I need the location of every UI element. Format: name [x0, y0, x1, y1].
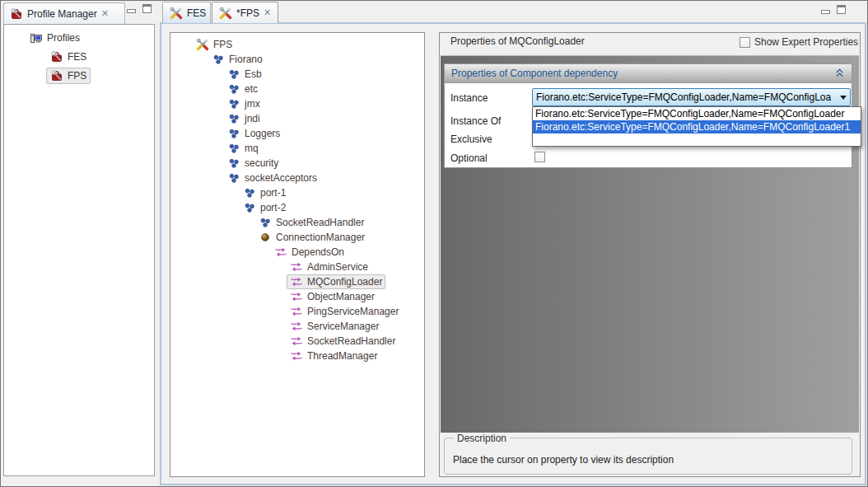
tree-item-esb[interactable]: Esb	[170, 67, 424, 82]
tree-item-loggers[interactable]: Loggers	[170, 126, 424, 141]
instance-combo[interactable]: Fiorano.etc:ServiceType=FMQConfigLoader,…	[532, 88, 851, 106]
tree-item-label: port-1	[260, 187, 286, 199]
tree-item-label: socketAcceptors	[245, 172, 317, 184]
instance-dropdown-list: Fiorano.etc:ServiceType=FMQConfigLoader,…	[532, 106, 861, 147]
tree-item-label: SocketReadHandler	[307, 335, 395, 347]
tree-item-label: AdminService	[307, 261, 368, 273]
tree-item-label: DependsOn	[292, 246, 344, 258]
profile-manager-window: Profile Manager ✕ ProfilesFESFPS FES *FP…	[0, 0, 868, 487]
tree-item-profiles[interactable]: Profiles	[4, 28, 154, 47]
collapse-chevron-icon[interactable]	[834, 68, 845, 80]
maximize-icon[interactable]	[837, 5, 846, 14]
dropdown-option-1[interactable]: Fiorano.etc:ServiceType=FMQConfigLoader,…	[533, 120, 861, 133]
depends-icon	[290, 290, 303, 303]
tree-item-fps[interactable]: FPS	[4, 66, 154, 85]
tree-item-label: ServiceManager	[307, 321, 379, 332]
field-label-optional: Optional	[450, 152, 488, 164]
cluster-icon	[243, 186, 256, 199]
tree-item-label: security	[245, 157, 278, 169]
tree-item-mq[interactable]: mq	[170, 141, 424, 156]
view-tab-label: Profile Manager	[27, 8, 97, 20]
profile-icon	[50, 50, 63, 63]
tree-item-socketreadhandler[interactable]: SocketReadHandler	[170, 334, 424, 349]
profiles-tree-panel: ProfilesFESFPS	[3, 24, 155, 476]
cluster-icon	[227, 142, 240, 155]
tree-item-fiorano[interactable]: Fiorano	[170, 52, 424, 67]
tree-item-label: jndi	[245, 113, 260, 124]
cluster-icon	[227, 171, 240, 185]
description-legend: Description	[454, 433, 510, 444]
dropdown-option-0[interactable]: Fiorano.etc:ServiceType=FMQConfigLoader,…	[533, 107, 861, 120]
close-icon[interactable]: ✕	[264, 8, 271, 17]
optional-checkbox[interactable]	[534, 152, 545, 162]
instance-combo-value: Fiorano.etc:ServiceType=FMQConfigLoader,…	[533, 91, 837, 103]
tree-item-label: MQConfigLoader	[307, 276, 382, 288]
cluster-icon	[227, 68, 240, 81]
tree-item-port-1[interactable]: port-1	[170, 185, 424, 200]
tree-item-label: Esb	[245, 68, 262, 80]
depends-icon	[290, 260, 303, 274]
tree-item-label: mq	[245, 143, 259, 154]
tree-item-adminservice[interactable]: AdminService	[170, 260, 424, 274]
tools-icon	[219, 7, 232, 20]
close-icon[interactable]: ✕	[101, 9, 109, 18]
profiles-root-icon	[30, 31, 43, 44]
editor-tab-fps-label: *FPS	[236, 7, 259, 19]
tree-item-objectmanager[interactable]: ObjectManager	[170, 289, 424, 304]
tree-item-label: Profiles	[47, 32, 80, 44]
tree-item-port-2[interactable]: port-2	[170, 200, 424, 215]
editor-tab-fps[interactable]: *FPS ✕	[212, 2, 278, 23]
dropdown-empty-row	[533, 133, 861, 146]
tree-item-jndi[interactable]: jndi	[170, 111, 424, 126]
tree-item-dependson[interactable]: DependsOn	[170, 245, 424, 260]
tree-item-jmx[interactable]: jmx	[170, 96, 424, 111]
cluster-icon	[212, 53, 225, 66]
editor-minmax-buttons	[821, 5, 846, 14]
tree-item-fps[interactable]: FPS	[170, 37, 424, 52]
minimize-icon[interactable]	[127, 9, 136, 13]
tree-item-connectionmanager[interactable]: ConnectionManager	[170, 230, 424, 245]
tree-item-label: Fiorano	[229, 54, 263, 65]
depends-icon	[290, 275, 303, 288]
view-minmax-buttons	[127, 4, 152, 13]
show-expert-checkbox[interactable]	[740, 37, 750, 48]
maximize-icon[interactable]	[142, 4, 152, 13]
tree-item-servicemanager[interactable]: ServiceManager	[170, 319, 424, 334]
profile-icon	[50, 69, 63, 82]
tree-item-label: FES	[68, 51, 86, 63]
depends-icon	[290, 320, 303, 333]
field-label-instance: Instance	[450, 92, 488, 104]
editor-tab-fes[interactable]: FES	[162, 2, 211, 23]
tree-item-label: ThreadManager	[307, 350, 377, 362]
tree-item-fes[interactable]: FES	[4, 47, 154, 66]
tree-item-threadmanager[interactable]: ThreadManager	[170, 349, 424, 363]
cluster-icon	[259, 216, 272, 229]
section-header[interactable]: Properties of Component dependency	[444, 63, 852, 83]
profile-icon	[10, 7, 23, 21]
tree-item-label: Loggers	[245, 128, 280, 139]
tools-icon	[196, 38, 209, 51]
field-label-exclusive: Exclusive	[450, 133, 492, 145]
depends-icon	[290, 305, 303, 318]
minimize-icon[interactable]	[821, 10, 830, 14]
properties-title: Properties of MQConfigLoader	[450, 35, 585, 47]
profile-config-tree-panel: FPSFioranoEsbetcjmxjndiLoggersmqsecurity…	[170, 32, 425, 477]
tree-item-label: FPS	[68, 70, 86, 82]
tree-item-pingservicemanager[interactable]: PingServiceManager	[170, 304, 424, 319]
tools-icon	[170, 7, 183, 20]
cluster-icon	[227, 97, 240, 110]
chevron-down-icon[interactable]	[837, 96, 850, 100]
field-label-instance-of: Instance Of	[450, 115, 501, 127]
view-tab-profile-manager[interactable]: Profile Manager ✕	[3, 2, 125, 24]
cluster-icon	[227, 82, 240, 96]
tree-item-etc[interactable]: etc	[170, 82, 424, 96]
tree-item-label: PingServiceManager	[307, 306, 399, 317]
cluster-icon	[227, 157, 240, 170]
tree-item-socketreadhandler[interactable]: SocketReadHandler	[170, 215, 424, 230]
tree-item-security[interactable]: security	[170, 156, 424, 171]
tree-item-label: jmx	[245, 98, 260, 110]
tree-item-mqconfigloader[interactable]: MQConfigLoader	[170, 274, 424, 289]
ball-icon	[259, 231, 272, 244]
tree-item-label: SocketReadHandler	[276, 217, 364, 228]
tree-item-socketacceptors[interactable]: socketAcceptors	[170, 171, 424, 185]
